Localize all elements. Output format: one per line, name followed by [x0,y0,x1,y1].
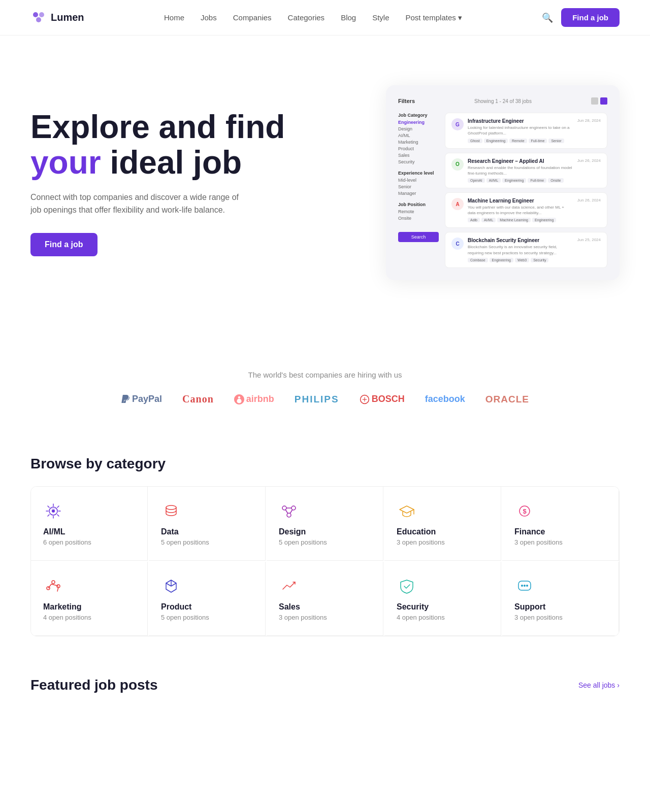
logo[interactable]: Lumen [30,10,84,26]
svg-marker-12 [400,506,414,513]
job-info-1: Research Engineer – Applied AI Research … [468,158,573,183]
oracle-text: ORACLE [485,394,529,405]
nav-companies[interactable]: Companies [233,13,272,22]
sidebar-item-engineering[interactable]: Engineering [398,120,439,125]
sidebar-item-onsite[interactable]: Onsite [398,216,439,221]
category-card-support[interactable]: Support 3 open positions [502,562,619,636]
nav-blog[interactable]: Blog [341,13,356,22]
category-card-education[interactable]: Education 3 open positions [384,487,501,561]
category-count-education: 3 open positions [397,538,489,546]
job-logo-2: A [451,198,464,210]
sidebar-item-remote[interactable]: Remote [398,209,439,214]
nav-home[interactable]: Home [164,13,184,22]
category-count-product: 5 open positions [161,614,253,621]
job-desc-1: Research and enable the foundations of f… [468,165,573,176]
job-title-0: Infrastructure Engineer [468,118,573,124]
sidebar-item-aiml[interactable]: AI/ML [398,133,439,138]
nav-cta-button[interactable]: Find a job [561,8,620,27]
sidebar-item-midlevel[interactable]: Mid-level [398,178,439,183]
logo-oracle: ORACLE [485,394,529,405]
hero-headline-accent: your [30,144,101,181]
sidebar-position-section: Job Position Remote Onsite [398,202,439,221]
sidebar-item-marketing[interactable]: Marketing [398,140,439,145]
svg-point-6 [282,506,286,510]
category-card-product[interactable]: Product 5 open positions [149,562,266,636]
sidebar-item-design[interactable]: Design [398,126,439,131]
hero-headline: Explore and find your ideal job [30,109,285,181]
category-card-sales[interactable]: Sales 3 open positions [267,562,383,636]
sidebar-item-sales[interactable]: Sales [398,153,439,158]
search-icon: 🔍 [542,13,553,23]
search-button[interactable]: 🔍 [542,12,553,23]
category-card-design[interactable]: Design 5 open positions [267,487,383,561]
canon-text: Canon [182,393,214,405]
svg-point-4 [52,510,55,513]
sidebar-item-manager[interactable]: Manager [398,191,439,196]
design-icon [279,501,299,521]
category-card-marketing[interactable]: Marketing 4 open positions [31,562,148,636]
job-card-1[interactable]: O Research Engineer – Applied AI Researc… [445,153,607,188]
featured-header: Featured job posts See all jobs › [30,677,620,693]
job-card-2[interactable]: A Machine Learning Engineer You will par… [445,192,607,228]
job-title-3: Blockchain Security Engineer [468,238,573,243]
sidebar-position-label: Job Position [398,202,439,207]
data-icon [161,501,181,521]
facebook-text: facebook [425,394,465,404]
svg-point-0 [33,12,38,17]
companies-logos: PayPal Canon airbnb PHILIPS BOSCH facebo… [30,393,620,405]
sidebar-item-senior[interactable]: Senior [398,184,439,189]
companies-tagline: The world's best companies are hiring wi… [30,370,620,379]
hero-cta-button[interactable]: Find a job [30,233,98,256]
sidebar-item-product[interactable]: Product [398,146,439,151]
sidebar-item-security[interactable]: Security [398,159,439,164]
airbnb-text: airbnb [246,394,274,404]
job-tags-1: OpenAI AI/ML Engineering Full-time Onsit… [468,178,573,183]
mockup-count: Showing 1 - 24 of 38 jobs [474,98,532,104]
job-desc-3: Blockchain Security is an innovative sec… [468,244,573,255]
product-icon [161,576,181,596]
svg-point-17 [52,581,55,584]
mockup-sidebar: Job Category Engineering Design AI/ML Ma… [398,113,439,268]
category-count-design: 5 open positions [279,538,371,546]
mockup-layout-icons [591,97,607,105]
aiml-icon [43,501,63,521]
support-icon [514,576,535,596]
job-card-0[interactable]: G Infrastructure Engineer Looking for ta… [445,113,607,148]
category-name-sales: Sales [279,602,371,612]
category-card-data[interactable]: Data 5 open positions [149,487,266,561]
sidebar-search-button[interactable]: Search [398,232,439,242]
mockup-filters-label: Filters [398,98,415,104]
sales-icon [279,576,299,596]
list-icon[interactable] [600,97,607,105]
category-card-aiml[interactable]: AI/ML 6 open positions [31,487,148,561]
svg-point-5 [166,505,176,510]
category-card-security[interactable]: Security 4 open positions [384,562,501,636]
logo-paypal: PayPal [121,394,162,404]
navbar: Lumen Home Jobs Companies Categories Blo… [0,0,650,36]
category-name-design: Design [279,527,371,536]
category-name-education: Education [397,527,489,536]
sidebar-experience-section: Experience level Mid-level Senior Manage… [398,171,439,196]
svg-line-11 [290,510,292,514]
svg-line-21 [166,583,171,586]
see-all-text: See all jobs [578,681,615,689]
logo-bosch: BOSCH [360,394,405,404]
sidebar-category-label: Job Category [398,113,439,118]
logo-airbnb: airbnb [234,394,274,404]
nav-categories[interactable]: Categories [288,13,325,22]
browse-section: Browse by category AI/ML 6 open position… [0,425,650,647]
job-tags-3: Coinbase Engineering Web3 Security [468,258,573,262]
grid-icon[interactable] [591,97,598,105]
nav-right: 🔍 Find a job [542,8,620,27]
mockup-jobs-list: G Infrastructure Engineer Looking for ta… [445,113,607,268]
hero-right: Filters Showing 1 - 24 of 38 jobs Job Ca… [355,85,620,280]
nav-post-templates[interactable]: Post templates ▾ [406,13,462,22]
category-card-finance[interactable]: $ Finance 3 open positions [502,487,619,561]
svg-text:$: $ [523,507,527,515]
job-date-1: Jun 26, 2024 [577,158,601,163]
job-card-3[interactable]: C Blockchain Security Engineer Blockchai… [445,232,607,267]
categories-grid: AI/ML 6 open positions Data 5 open posit… [30,486,620,636]
nav-jobs[interactable]: Jobs [201,13,217,22]
see-all-link[interactable]: See all jobs › [578,681,620,689]
nav-style[interactable]: Style [372,13,389,22]
